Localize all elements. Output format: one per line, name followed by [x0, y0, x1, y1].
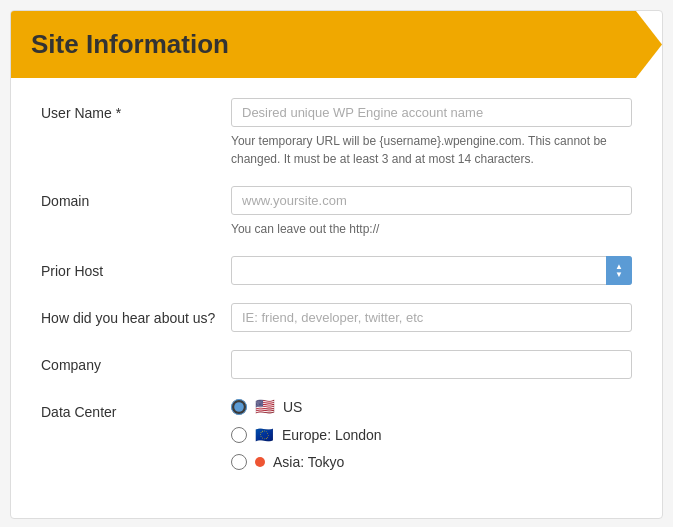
data-center-radio-group: 🇺🇸 US 🇪🇺 Europe: London Asia: Tokyo — [231, 397, 632, 470]
username-hint: Your temporary URL will be {username}.wp… — [231, 132, 632, 168]
how-heard-label: How did you hear about us? — [41, 303, 231, 326]
radio-asia[interactable] — [231, 454, 247, 470]
data-center-row: Data Center 🇺🇸 US 🇪🇺 Europe: London — [41, 397, 632, 470]
company-field — [231, 350, 632, 379]
company-label: Company — [41, 350, 231, 373]
prior-host-label: Prior Host — [41, 256, 231, 279]
company-row: Company — [41, 350, 632, 379]
data-center-label: Data Center — [41, 397, 231, 420]
page-title: Site Information — [31, 29, 642, 60]
how-heard-row: How did you hear about us? — [41, 303, 632, 332]
radio-item-europe[interactable]: 🇪🇺 Europe: London — [231, 426, 632, 444]
us-flag-icon: 🇺🇸 — [255, 397, 275, 416]
domain-label: Domain — [41, 186, 231, 209]
domain-hint: You can leave out the http:// — [231, 220, 632, 238]
company-input[interactable] — [231, 350, 632, 379]
red-dot-icon — [255, 457, 265, 467]
europe-label: Europe: London — [282, 427, 382, 443]
us-label: US — [283, 399, 302, 415]
prior-host-select-wrapper — [231, 256, 632, 285]
domain-field: You can leave out the http:// — [231, 186, 632, 238]
card-header: Site Information — [11, 11, 662, 78]
how-heard-field — [231, 303, 632, 332]
username-label: User Name * — [41, 98, 231, 121]
site-information-card: Site Information User Name * Your tempor… — [10, 10, 663, 519]
data-center-field: 🇺🇸 US 🇪🇺 Europe: London Asia: Tokyo — [231, 397, 632, 470]
radio-us[interactable] — [231, 399, 247, 415]
prior-host-select[interactable] — [231, 256, 632, 285]
how-heard-input[interactable] — [231, 303, 632, 332]
radio-item-us[interactable]: 🇺🇸 US — [231, 397, 632, 416]
username-input[interactable] — [231, 98, 632, 127]
domain-row: Domain You can leave out the http:// — [41, 186, 632, 238]
radio-europe[interactable] — [231, 427, 247, 443]
card-body: User Name * Your temporary URL will be {… — [11, 78, 662, 518]
asia-label: Asia: Tokyo — [273, 454, 344, 470]
radio-item-asia[interactable]: Asia: Tokyo — [231, 454, 632, 470]
username-field: Your temporary URL will be {username}.wp… — [231, 98, 632, 168]
domain-input[interactable] — [231, 186, 632, 215]
prior-host-field — [231, 256, 632, 285]
eu-flag-icon: 🇪🇺 — [255, 426, 274, 444]
prior-host-row: Prior Host — [41, 256, 632, 285]
username-row: User Name * Your temporary URL will be {… — [41, 98, 632, 168]
